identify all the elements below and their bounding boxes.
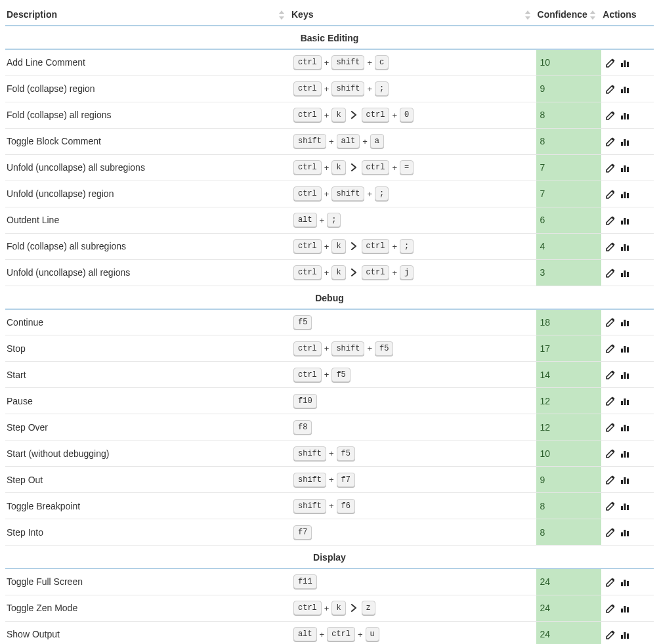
bar-chart-icon (620, 84, 630, 95)
stats-button[interactable] (620, 448, 630, 459)
stats-button[interactable] (620, 422, 630, 433)
confidence-value: 12 (536, 414, 602, 440)
key-plus: + (320, 215, 325, 225)
table-row: Continuef518 (5, 309, 654, 335)
keycap: shift (293, 446, 326, 461)
key-plus: + (362, 137, 368, 146)
edit-button[interactable] (605, 527, 616, 538)
edit-button[interactable] (605, 396, 616, 406)
key-plus: + (329, 501, 334, 511)
row-actions (601, 414, 654, 440)
key-plus: + (320, 630, 325, 639)
column-label: Actions (603, 9, 636, 20)
edit-button[interactable] (605, 448, 616, 459)
keycap: shift (293, 473, 326, 487)
key-plus: + (329, 475, 334, 484)
stats-button[interactable] (620, 137, 630, 147)
stats-button[interactable] (620, 370, 630, 380)
keycap: j (400, 265, 414, 280)
stats-button[interactable] (620, 396, 630, 406)
stats-button[interactable] (620, 268, 630, 278)
confidence-value: 24 (536, 595, 602, 621)
shortcut-description: Stop (5, 335, 290, 362)
row-actions (601, 595, 654, 621)
edit-button[interactable] (605, 370, 616, 380)
row-actions (601, 519, 654, 546)
svg-rect-10 (624, 139, 626, 146)
key-plus: + (329, 448, 334, 458)
shortcut-keys: ctrl+kctrl+0 (290, 102, 536, 128)
edit-button[interactable] (605, 189, 616, 200)
stats-button[interactable] (620, 110, 630, 121)
stats-button[interactable] (620, 630, 630, 640)
edit-button[interactable] (605, 577, 616, 588)
key-plus: + (324, 110, 330, 120)
stats-button[interactable] (620, 58, 630, 68)
svg-rect-40 (624, 425, 626, 431)
stats-button[interactable] (620, 343, 630, 354)
svg-rect-14 (627, 167, 629, 172)
edit-button[interactable] (605, 630, 616, 640)
shortcut-keys: alt+; (290, 207, 536, 233)
keycap: shift (331, 341, 364, 356)
key-plus: + (324, 603, 330, 613)
confidence-value: 18 (536, 309, 602, 335)
edit-button[interactable] (605, 215, 616, 226)
edit-button[interactable] (605, 58, 616, 68)
edit-button[interactable] (605, 603, 616, 614)
edit-button[interactable] (605, 343, 616, 354)
column-header-description[interactable]: Description (5, 5, 290, 26)
edit-button[interactable] (605, 137, 616, 147)
edit-button[interactable] (605, 501, 616, 511)
table-row: Step Overf812 (5, 414, 654, 440)
edit-icon (605, 163, 616, 173)
svg-rect-36 (621, 401, 623, 405)
edit-button[interactable] (605, 317, 616, 328)
edit-icon (605, 396, 616, 406)
svg-rect-38 (627, 400, 629, 405)
edit-button[interactable] (605, 422, 616, 433)
table-row: Outdent Linealt+;6 (5, 207, 654, 233)
edit-button[interactable] (605, 110, 616, 121)
row-actions (601, 102, 654, 128)
svg-rect-55 (624, 580, 626, 586)
column-header-confidence[interactable]: Confidence (536, 5, 602, 26)
bar-chart-icon (620, 577, 630, 588)
row-actions (601, 309, 654, 335)
stats-button[interactable] (620, 84, 630, 95)
stats-button[interactable] (620, 501, 630, 511)
edit-button[interactable] (605, 242, 616, 252)
stats-button[interactable] (620, 242, 630, 252)
stats-button[interactable] (620, 317, 630, 328)
svg-rect-48 (621, 506, 623, 510)
svg-rect-26 (627, 272, 629, 277)
stats-button[interactable] (620, 475, 630, 485)
shortcuts-table: Description Keys Confidence Actions (5, 5, 654, 644)
keycap: f5 (337, 446, 355, 461)
stats-button[interactable] (620, 189, 630, 200)
svg-rect-29 (627, 321, 629, 326)
edit-button[interactable] (605, 84, 616, 95)
keycap: ctrl (293, 186, 322, 201)
edit-button[interactable] (605, 475, 616, 485)
confidence-value: 3 (536, 259, 602, 286)
svg-rect-35 (627, 374, 629, 379)
stats-button[interactable] (620, 577, 630, 588)
keycap: ; (327, 213, 341, 227)
column-label: Keys (291, 9, 313, 20)
shortcut-keys: ctrl+shift+; (290, 181, 536, 207)
column-header-keys[interactable]: Keys (290, 5, 536, 26)
svg-rect-4 (624, 87, 626, 93)
stats-button[interactable] (620, 163, 630, 173)
edit-button[interactable] (605, 163, 616, 173)
keycap: alt (337, 134, 360, 148)
stats-button[interactable] (620, 603, 630, 614)
keycap: k (331, 265, 345, 280)
svg-rect-13 (624, 165, 626, 172)
edit-button[interactable] (605, 268, 616, 278)
stats-button[interactable] (620, 215, 630, 226)
shortcut-keys: ctrl+kctrl+j (290, 259, 536, 286)
keycap: k (331, 160, 345, 175)
svg-rect-17 (627, 193, 629, 198)
stats-button[interactable] (620, 527, 630, 538)
